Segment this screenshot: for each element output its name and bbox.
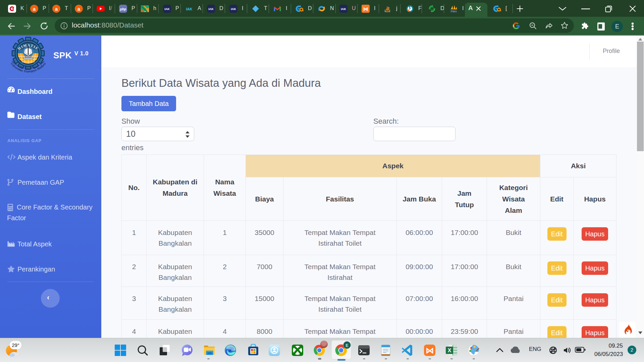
svg-text:PMA: PMA	[451, 10, 457, 13]
svg-text:IAK: IAK	[231, 7, 236, 11]
svg-text:a: a	[55, 6, 58, 12]
svg-text:a: a	[33, 6, 36, 12]
svg-text:php: php	[120, 7, 126, 11]
svg-text:⋈: ⋈	[363, 6, 368, 12]
svg-text:⋈: ⋈	[426, 346, 434, 355]
svg-text:IAK: IAK	[186, 7, 193, 11]
svg-text:a: a	[77, 6, 80, 12]
svg-text:IAK: IAK	[164, 7, 170, 11]
svg-text:X: X	[448, 348, 451, 353]
svg-text:IAK: IAK	[208, 7, 214, 11]
svg-text:IAK: IAK	[341, 7, 346, 11]
